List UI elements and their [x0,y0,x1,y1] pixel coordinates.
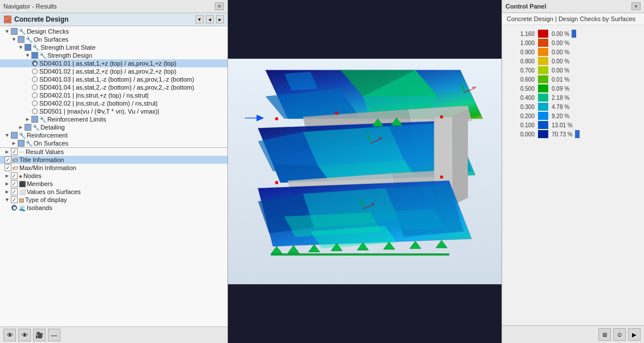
tree-item-members[interactable]: ► ⬛ Members [0,180,227,188]
checkbox-reinforcement-limits[interactable] [31,116,38,123]
checkbox-values-surfaces[interactable] [11,188,18,195]
radio-sd0401-03[interactable] [32,76,38,82]
sd0402-01-label: SD0402.01 | |ns,strut,+z (top) / ns,stru… [39,92,149,99]
navigator-close-button[interactable]: × [215,2,224,10]
sd0401-01-label: SD0401.01 | as,stat,1,+z (top) / as,prov… [39,60,177,67]
legend-percent-5: 0.01 % [552,76,569,83]
design-checks-label: Design Checks [27,28,69,35]
radio-sd0402-02[interactable] [32,100,38,106]
checkbox-on-surfaces[interactable] [18,36,25,43]
tree-item-sd0401-02[interactable]: SD0401.02 | as,stat,2,+z (top) / as,prov… [0,67,227,75]
checkbox-reinforcement[interactable] [11,132,18,139]
legend-color-1 [538,39,548,47]
detailing-icon: 🔧 [32,124,39,131]
cp-toolbar-btn-view[interactable]: ⊙ [613,328,626,341]
tree-item-sd0401-03[interactable]: SD0401.03 | as,stat,1,-z (bottom) / as,p… [0,75,227,83]
cp-toolbar-btn-export[interactable]: ⊞ [598,328,611,341]
legend-percent-0: 0.00 % [552,31,569,37]
expand-arrow: ▼ [5,29,10,34]
toolbar-btn-3[interactable]: 🎥 [33,329,46,341]
legend-row-0: 1.160 0.00 % [509,30,637,38]
radio-sd0401-04[interactable] [32,84,38,90]
legend-row-10: 0.100 13.01 % [509,121,637,129]
checkbox-type-display[interactable] [11,196,18,203]
on-surfaces-2-label: On Surfaces [34,140,68,147]
section-header-title: Concrete Design [14,15,68,23]
checkbox-result-values[interactable] [11,148,18,155]
svg-marker-19 [453,110,468,205]
tree-item-maxmin-info[interactable]: 🏷 Max/Min Information [0,164,227,172]
tree-item-title-information[interactable]: 🏷 Title Information [0,156,227,164]
tree-item-detailing[interactable]: ► 🔧 Detailing [0,123,227,131]
checkbox-maxmin[interactable] [5,164,11,171]
checkbox-strength-design[interactable] [31,52,38,59]
legend-value-5: 0.600 [509,76,535,83]
tree-item-sd0401-04[interactable]: SD0401.04 | as,stat,2,-z (bottom) / as,p… [0,83,227,91]
checkbox-members[interactable] [11,180,18,187]
legend-color-6 [538,84,548,92]
expand-arrow-7: ▼ [5,132,10,138]
tree-item-isobands[interactable]: 🌊 Isobands [0,204,227,212]
checkbox-nodes[interactable] [11,172,18,179]
legend-percent-7: 2.18 % [552,95,569,101]
radio-sd0401-02[interactable] [32,68,38,74]
expand-arrow-6: ► [18,124,23,130]
tree-item-nodes[interactable]: ► ● Nodes [0,172,227,180]
legend-percent-9: 9.20 % [552,113,569,119]
legend-color-7 [538,94,548,102]
members-icon: ⬛ [19,181,26,187]
legend-percent-1: 0.00 % [552,40,569,46]
legend-percent-10: 13.01 % [552,122,573,128]
checkbox-on-surfaces-2[interactable] [18,140,25,147]
tree-item-sd0501[interactable]: SD0501 | |max(vu / (Φv,T * vn), Vu / vma… [0,107,227,115]
svg-point-56 [440,115,443,118]
tree-item-reinforcement-limits[interactable]: ► 🔧 Reinforcement Limits [0,115,227,123]
control-panel-close-button[interactable]: × [631,2,641,10]
expand-arrow-13: ▼ [5,197,10,203]
header-arrow-down[interactable]: ▼ [195,15,203,23]
on-surfaces-icon: 🔧 [26,37,32,43]
tree-item-sd0402-01[interactable]: SD0402.01 | |ns,strut,+z (top) / ns,stru… [0,91,227,99]
legend-percent-8: 4.78 % [552,104,569,110]
svg-point-55 [335,112,338,115]
radio-sd0402-01[interactable] [32,92,38,98]
reinforcement-icon: 🔧 [19,132,26,139]
legend-color-3 [538,57,548,65]
legend-value-11: 0.000 [509,131,535,138]
concrete-design-icon: 🧱 [3,15,12,23]
3d-viewport[interactable]: x z x z x z [228,0,502,343]
header-icons: ▼ ◄ ► [195,15,224,23]
legend-value-4: 0.700 [509,67,535,74]
radio-sd0501[interactable] [32,108,38,114]
legend-row-2: 0.900 0.00 % [509,48,637,56]
radio-isobands[interactable] [11,205,17,211]
tree-item-sd0401-01[interactable]: SD0401.01 | as,stat,1,+z (top) / as,prov… [0,59,227,67]
tree-item-strength-design[interactable]: ▼ 🔧 Strength Design [0,51,227,59]
toolbar-btn-1[interactable]: 👁 [3,329,16,341]
tree-item-on-surfaces[interactable]: ▼ 🔧 On Surfaces [0,35,227,43]
checkbox-title-info[interactable] [5,156,11,163]
expand-arrow-3: ▼ [18,45,23,50]
checkbox-design-checks[interactable] [11,28,18,35]
sd0501-label: SD0501 | |max(vu / (Φv,T * vn), Vu / vma… [39,108,159,115]
expand-arrow-10: ► [5,173,10,179]
tree-item-reinforcement[interactable]: ▼ 🔧 Reinforcement [0,131,227,139]
cp-toolbar-btn-play[interactable]: ▶ [628,328,641,341]
tree-item-sd0402-02[interactable]: SD0402.02 | |ns,strut,-z (bottom) / ns,s… [0,99,227,107]
radio-sd0401-01[interactable] [32,60,38,66]
legend-area: 1.160 0.00 % 1.000 0.00 % 0.900 0.00 % 0… [502,25,644,325]
tree-item-strength-limit[interactable]: ▼ 🔧 Strength Limit State [0,43,227,51]
svg-text:x: x [381,136,382,139]
header-arrow-right[interactable]: ► [216,15,224,23]
header-arrow-left[interactable]: ◄ [206,15,214,23]
tree-item-result-values[interactable]: ► ⋯ Result Values [0,148,227,156]
toolbar-btn-4[interactable]: — [48,329,60,341]
tree-item-values-on-surfaces[interactable]: ► ⬜ Values on Surfaces [0,188,227,196]
toolbar-btn-2[interactable]: 👁 [18,329,31,341]
tree-item-design-checks[interactable]: ▼ 🔧 Design Checks [0,27,227,35]
tree-item-type-of-display[interactable]: ▼ ▤ Type of display [0,196,227,204]
tree-item-on-surfaces-2[interactable]: ► 🔧 On Surfaces [0,139,227,147]
checkbox-detailing[interactable] [25,124,31,131]
legend-indicator-11 [575,130,580,138]
checkbox-strength-limit[interactable] [25,44,31,51]
